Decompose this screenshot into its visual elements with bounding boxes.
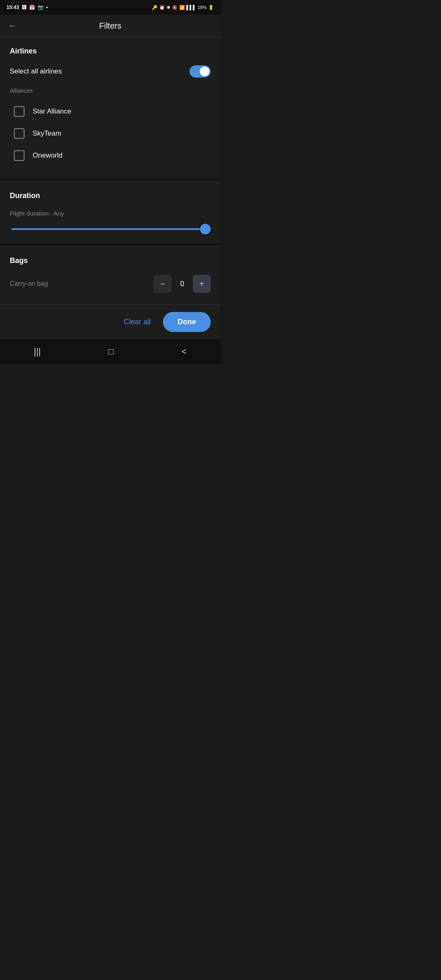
- status-right: 🔑 ⏰ ✱ 🔇 📶 ▌▌▌ 18% 🔋: [152, 5, 214, 10]
- back-button[interactable]: ←: [8, 20, 17, 31]
- bags-section: Bags Carry-on bag − 0 +: [0, 247, 220, 304]
- status-dot-icon: •: [46, 4, 48, 10]
- clear-all-button[interactable]: Clear all: [124, 318, 151, 326]
- star-alliance-checkbox[interactable]: [14, 106, 24, 117]
- done-button[interactable]: Done: [163, 312, 211, 332]
- carry-on-label: Carry-on bag: [10, 280, 48, 287]
- nav-recent-icon[interactable]: |||: [34, 346, 41, 357]
- status-battery-icon: 🔋: [208, 5, 214, 10]
- nav-bar: ||| □ <: [0, 339, 220, 364]
- bags-section-title: Bags: [10, 256, 211, 265]
- nav-home-icon[interactable]: □: [109, 346, 114, 357]
- select-all-label: Select all airlines: [10, 67, 62, 76]
- status-left: 15:43 🖼 📅 📷 •: [7, 4, 48, 10]
- status-key-icon: 🔑: [152, 5, 158, 10]
- carry-on-stepper: − 0 +: [154, 275, 211, 293]
- carry-on-increment-button[interactable]: +: [193, 275, 211, 293]
- status-mute-icon: 🔇: [172, 5, 178, 10]
- alliance-skyteam-row[interactable]: SkyTeam: [10, 122, 211, 145]
- section-gap-2: [0, 243, 220, 246]
- carry-on-decrement-button[interactable]: −: [154, 275, 172, 293]
- status-calendar-icon: 📅: [29, 4, 35, 10]
- status-bar: 15:43 🖼 📅 📷 • 🔑 ⏰ ✱ 🔇 📶 ▌▌▌ 18% 🔋: [0, 0, 220, 15]
- flight-duration-value: Any: [53, 210, 64, 217]
- carry-on-value: 0: [178, 280, 186, 288]
- duration-slider-container: [10, 228, 211, 230]
- airlines-section: Airlines Select all airlines Alliances S…: [0, 37, 220, 178]
- nav-back-icon[interactable]: <: [181, 346, 187, 357]
- flight-duration-dot: ·: [50, 210, 53, 217]
- status-time: 15:43: [7, 4, 19, 10]
- flight-duration-label: Flight duration: [10, 210, 49, 217]
- status-wifi-icon: 📶: [179, 5, 185, 10]
- airlines-section-title: Airlines: [10, 47, 211, 56]
- status-photo-icon: 🖼: [22, 4, 27, 10]
- skyteam-checkbox[interactable]: [14, 128, 24, 139]
- status-bluetooth-icon: ✱: [167, 5, 170, 10]
- bottom-action-bar: Clear all Done: [0, 304, 220, 339]
- duration-section: Duration Flight duration · Any: [0, 182, 220, 243]
- select-all-toggle[interactable]: [189, 65, 211, 78]
- duration-section-title: Duration: [10, 192, 211, 200]
- oneworld-checkbox[interactable]: [14, 150, 24, 161]
- star-alliance-label: Star Alliance: [33, 107, 71, 116]
- app-bar: ← Filters: [0, 15, 220, 37]
- skyteam-label: SkyTeam: [33, 129, 61, 138]
- select-all-row: Select all airlines: [10, 65, 211, 78]
- status-camera-icon: 📷: [38, 4, 44, 10]
- carry-on-row: Carry-on bag − 0 +: [10, 275, 211, 293]
- section-gap-1: [0, 178, 220, 181]
- oneworld-label: Oneworld: [33, 151, 62, 160]
- alliance-oneworld-row[interactable]: Oneworld: [10, 145, 211, 167]
- duration-slider-track: [11, 228, 209, 230]
- status-signal-icon: ▌▌▌: [187, 5, 196, 10]
- alliances-label: Alliances: [10, 87, 211, 94]
- page-title: Filters: [24, 21, 197, 31]
- duration-slider-thumb[interactable]: [200, 224, 211, 234]
- alliance-star-row[interactable]: Star Alliance: [10, 100, 211, 122]
- status-alarm-icon: ⏰: [159, 5, 165, 10]
- status-battery: 18%: [198, 5, 207, 10]
- toggle-thumb: [200, 67, 209, 76]
- flight-duration-subtitle: Flight duration · Any: [10, 210, 211, 217]
